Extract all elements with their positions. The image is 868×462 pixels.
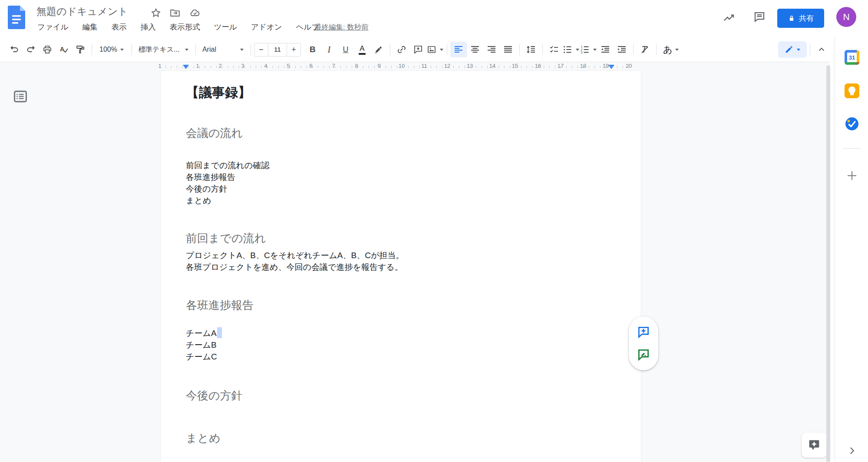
pencil-icon [784,45,794,54]
doc-heading[interactable]: 今後の方針 [186,388,243,403]
document-page[interactable]: 【議事録】 会議の流れ 前回までの流れの確認 各班進捗報告 今後の方針 まとめ … [161,71,641,462]
google-tasks-icon[interactable] [845,116,859,131]
increase-indent-button[interactable] [614,42,630,57]
numbered-list-button[interactable]: 123 [580,42,597,57]
chevron-down-icon [120,48,124,51]
suggest-edits-button[interactable] [636,347,651,362]
avatar[interactable]: N [836,7,856,27]
bold-button[interactable]: B [304,42,321,57]
ruler-number: 2 [218,63,221,69]
doc-heading[interactable]: まとめ [186,431,221,446]
add-comment-button[interactable] [410,42,426,57]
google-calendar-icon[interactable]: 31 [845,50,859,65]
ruler-number: 5 [287,63,290,69]
menu-item[interactable]: 編集 [82,21,99,33]
move-to-folder-icon[interactable] [169,7,181,19]
underline-button[interactable]: U [337,42,354,57]
show-side-panel-button[interactable] [846,445,858,456]
align-center-button[interactable] [467,42,483,57]
google-keep-icon[interactable] [845,83,859,98]
clear-formatting-button[interactable] [637,42,653,57]
text-color-button[interactable]: A [354,42,370,57]
star-icon[interactable] [150,7,162,19]
doc-line[interactable]: 今後の方針 [186,183,227,195]
docs-logo-icon[interactable] [8,6,25,29]
ruler-number: 20 [626,63,632,69]
menu-item[interactable]: ツール [213,21,238,33]
font-size-decrease-button[interactable]: − [254,43,268,57]
doc-line[interactable]: 前回までの流れの確認 [186,160,269,171]
vertical-scrollbar[interactable] [826,65,830,462]
doc-heading[interactable]: 会議の流れ [186,126,243,141]
get-add-ons-button[interactable] [845,169,858,182]
menu-item[interactable]: 表示 [111,21,128,33]
editing-mode-button[interactable] [778,41,807,58]
zoom-value: 100% [99,46,117,53]
input-tools-button[interactable]: あ [660,42,683,57]
print-button[interactable] [39,42,56,57]
show-outline-button[interactable] [12,88,30,106]
align-justify-button[interactable] [500,42,516,57]
ruler-number: 17 [558,63,564,69]
last-edit-link[interactable]: 最終編集: 数秒前 [314,23,369,32]
menu-item[interactable]: 挿入 [140,21,157,33]
decrease-indent-button[interactable] [597,42,614,57]
left-indent-marker[interactable] [183,65,189,69]
doc-line[interactable]: チームB [186,339,217,351]
svg-text:3: 3 [581,51,582,54]
font-value: Arial [202,46,216,53]
editing-stats-icon[interactable] [721,10,737,25]
font-select[interactable]: Arial [199,42,248,57]
line-spacing-button[interactable] [523,42,539,57]
explore-button[interactable] [802,432,827,458]
margin-actions-pill [629,316,658,370]
text-selection-highlight [217,327,222,338]
align-left-button[interactable] [450,42,467,57]
menu-item[interactable]: 表示形式 [169,21,201,33]
chevron-down-icon [240,48,244,51]
italic-button[interactable]: I [321,42,337,57]
side-panel-divider [843,148,861,149]
undo-button[interactable] [6,42,23,57]
font-size-value[interactable]: 11 [268,43,287,57]
cloud-saved-icon[interactable] [189,7,201,19]
font-size-increase-button[interactable]: + [287,43,301,57]
document-title[interactable]: 無題のドキュメント [36,5,128,18]
doc-line[interactable]: プロジェクトA、B、CをそれぞれチームA、B、Cが担当。 [186,249,404,261]
doc-line[interactable]: 各班プロジェクトを進め、今回の会議で進捗を報告する。 [186,261,403,273]
comment-history-icon[interactable] [751,10,768,24]
doc-line[interactable]: 各班進捗報告 [186,171,235,183]
spellcheck-button[interactable]: A [56,42,72,57]
doc-line[interactable]: チームC [186,351,217,362]
toolbar-divider [810,44,810,55]
insert-image-button[interactable] [426,42,444,57]
highlight-color-button[interactable] [370,42,387,57]
doc-heading[interactable]: 前回までの流れ [186,231,266,246]
doc-line[interactable]: チームA [186,327,217,339]
hide-menus-button[interactable] [813,42,830,57]
paint-format-button[interactable] [72,42,89,57]
right-indent-marker[interactable] [608,65,614,69]
menu-bar: ファイル編集表示挿入表示形式ツールアドオンヘルプ [36,21,320,33]
doc-line[interactable]: まとめ [186,195,211,206]
ruler-number: 10 [399,63,405,69]
paragraph-styles-select[interactable]: 標準テキス... [135,42,192,57]
share-button[interactable]: 共有 [777,9,824,28]
text-color-swatch [359,53,366,55]
insert-link-button[interactable] [393,42,410,57]
align-right-button[interactable] [483,42,500,57]
checklist-button[interactable] [546,42,562,57]
google-docs-app: 無題のドキュメント ファイル編集表示挿入表示形式ツールアドオンヘルプ 最終編集:… [0,0,868,462]
ruler[interactable]: 11234567891011121314151617181920 [0,62,830,71]
redo-button[interactable] [23,42,39,57]
doc-heading[interactable]: 各班進捗報告 [186,298,254,313]
toolbar: A 100% 標準テキス... Arial − 11 + B I U A [0,37,830,62]
bulleted-list-button[interactable] [562,42,580,57]
menu-item[interactable]: ファイル [36,21,69,33]
doc-title-line[interactable]: 【議事録】 [186,84,251,102]
chevron-down-icon [439,48,444,51]
menu-item[interactable]: アドオン [250,21,283,33]
add-comment-margin-button[interactable] [636,325,651,339]
toolbar-divider [251,44,251,55]
zoom-select[interactable]: 100% [95,42,129,57]
